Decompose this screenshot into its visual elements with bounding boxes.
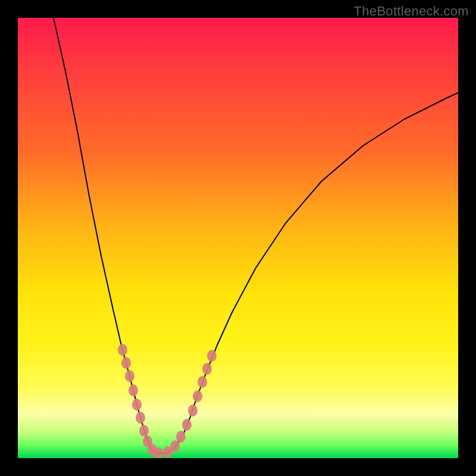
data-marker [118,344,127,356]
data-marker [125,370,134,382]
data-marker [188,405,198,416]
data-marker [170,440,180,452]
curve-left [54,18,155,453]
data-marker [207,350,217,362]
data-marker [176,431,186,443]
data-marker [193,390,202,402]
data-marker [129,384,138,396]
data-marker [132,399,142,411]
data-marker [182,419,192,431]
data-marker [121,357,131,369]
chart-frame: TheBottleneck.com [0,0,476,476]
plot-area [18,18,458,458]
data-marker [136,412,145,424]
data-marker [198,376,207,388]
markers-left-group [118,344,163,458]
markers-right-group [163,350,217,458]
chart-svg [18,18,458,458]
data-marker [202,363,212,375]
watermark-text: TheBottleneck.com [354,4,469,19]
data-marker [139,425,149,437]
